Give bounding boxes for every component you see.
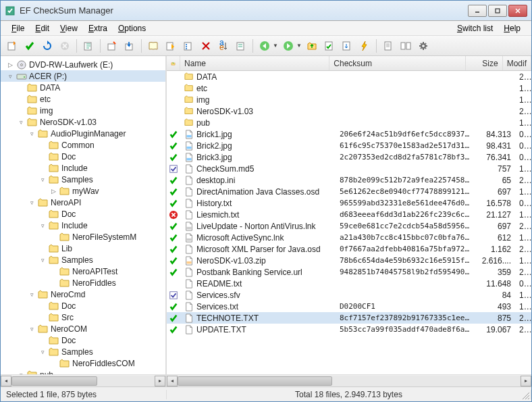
back-dropdown-icon[interactable]: ▼ [273,43,278,49]
tree-toggle-icon[interactable] [38,210,47,218]
menu-options[interactable]: Options [113,22,151,34]
list-row[interactable]: CheckSum.md575719.01 [167,163,531,174]
menu-edit[interactable]: Edit [30,22,55,34]
tree-item[interactable]: ▿Samples [1,174,165,185]
tree-item[interactable]: ▿AudioPluginManager [1,128,165,139]
compare-icon[interactable] [398,39,413,53]
properties-icon[interactable] [181,39,196,53]
tree-item[interactable]: Doc [1,300,165,311]
tree-toggle-icon[interactable] [49,233,57,241]
tree-toggle-icon[interactable] [49,359,57,368]
delete-icon[interactable] [198,39,213,53]
tree-toggle-icon[interactable]: ▿ [28,325,36,333]
tree-toggle-icon[interactable] [38,141,47,149]
tree-item[interactable]: img [1,105,165,116]
up-folder-icon[interactable] [304,39,319,53]
new-checksum-icon[interactable] [5,39,20,53]
tree-item[interactable]: ▿Samples [1,346,165,357]
tree-toggle-icon[interactable] [38,302,47,310]
close-button[interactable] [508,5,527,17]
tree-item[interactable]: ▿NeroCOM [1,323,165,334]
list-row[interactable]: Liesmich.txtd683eeeaf6dd3d1ab226fc239c6c… [167,209,531,220]
page-icon[interactable] [381,39,396,53]
tree-item[interactable]: Doc [1,151,165,162]
tree-item[interactable]: ▿NeroCmd [1,288,165,300]
tree-toggle-icon[interactable]: ▷ [49,187,57,195]
list-row[interactable]: Brick2.jpg61f6c95c75370e1583ad2e517d314d… [167,140,531,151]
tree-item[interactable]: DATA [1,82,165,93]
scroll-right-icon[interactable]: ▸ [155,376,165,386]
minimize-button[interactable] [468,5,487,17]
tree-item[interactable]: Lib [1,243,165,254]
tree-item[interactable]: NeroFileSystemM [1,231,165,243]
sort-icon[interactable]: ae [216,39,231,53]
list-row[interactable]: TECHNOTE.TXT8cf7157ef237892b91767335c1ee… [167,312,531,324]
checksum-column[interactable]: Checksum [329,56,466,70]
tree-toggle-icon[interactable]: ▿ [38,176,47,184]
list-row[interactable]: Microsoft XML Parser for Java.osd0f7667a… [167,243,531,255]
scroll-left-icon[interactable]: ◂ [1,376,11,386]
scroll-right-icon[interactable]: ▸ [521,376,531,386]
list-row[interactable]: Services.sfv8419.01 [167,289,531,301]
book-icon[interactable] [146,39,161,53]
export-icon[interactable] [105,39,119,53]
tree-item[interactable]: ▿Samples [1,254,165,266]
list-row[interactable]: pub19.01 [167,117,531,128]
tree-item[interactable]: Include [1,162,165,174]
forward-button[interactable]: ▼ [281,39,302,53]
menu-switch-list[interactable]: Switch list [452,22,498,34]
list-row[interactable]: LiveUpdate - Norton AntiVirus.lnk59ce0e6… [167,220,531,232]
tree-item[interactable]: Src [1,311,165,323]
rename-icon[interactable] [163,39,178,53]
list-row[interactable]: UPDATE.TXT5b53cc7a99f035addf470ade8f6af0… [167,324,531,335]
tree-toggle-icon[interactable] [38,164,47,172]
tree-toggle-icon[interactable]: ▿ [6,72,14,80]
tree-toggle-icon[interactable] [17,95,25,103]
refresh-icon[interactable] [40,39,55,53]
tree-item[interactable]: ▷myWav [1,185,165,197]
tree-toggle-icon[interactable] [17,84,25,92]
tree-item[interactable]: ▿NeroAPI [1,197,165,208]
list-row[interactable]: Postbank Banking Service.url9482851b7404… [167,266,531,278]
list-row[interactable]: Services.txtD0200CF149319.07 [167,301,531,312]
tree-item[interactable]: Doc [1,208,165,220]
tree-toggle-icon[interactable]: ▿ [28,199,36,207]
list-row[interactable]: Microsoft ActiveSync.lnka21a430b7cc8c415… [167,232,531,243]
tree-item[interactable]: ▿NeroSDK-v1.03 [1,116,165,128]
doc-check-icon[interactable] [322,39,337,53]
list-hscrollbar[interactable]: ◂ ▸ [167,374,531,386]
tree-item[interactable]: ▿pub [1,369,165,374]
tree-toggle-icon[interactable]: ▷ [6,61,14,69]
tree-toggle-icon[interactable] [38,245,47,253]
lightning-icon[interactable] [357,39,372,53]
maximize-button[interactable] [488,5,507,17]
back-icon[interactable] [257,39,272,53]
list-row[interactable]: NeroSDK-v1.0326.03 [167,105,531,117]
folder-tree[interactable]: ▷DVD-RW-Laufwerk (E:)▿ACER (P:)DATAetcim… [1,56,165,374]
tree-toggle-icon[interactable]: ▿ [38,256,47,264]
forward-dropdown-icon[interactable]: ▼ [296,43,302,49]
tree-toggle-icon[interactable] [38,153,47,161]
list-row[interactable]: NeroSDK-v1.03.zip78b6c654da4e59b6932c16e… [167,255,531,266]
tree-item[interactable]: Common [1,139,165,151]
menu-view[interactable]: View [55,22,83,34]
tree-toggle-icon[interactable]: ▿ [38,222,47,230]
tree-toggle-icon[interactable] [17,107,25,115]
list-row[interactable]: DirectAnimation Java Classes.osd5e61262e… [167,186,531,197]
list-row[interactable]: DATA26.03 [167,71,531,82]
resize-grip-icon[interactable] [521,391,531,401]
back-button[interactable]: ▼ [257,39,278,53]
file-list[interactable]: DATA26.03etc19.01img19.01NeroSDK-v1.0326… [167,71,531,374]
tree-toggle-icon[interactable] [38,313,47,322]
menu-extra[interactable]: Extra [83,22,113,34]
tree-item[interactable]: ▿Include [1,220,165,231]
import-icon[interactable] [122,39,137,53]
list-row[interactable]: etc19.01 [167,82,531,94]
gear-icon[interactable] [416,39,431,53]
tree-toggle-icon[interactable]: ▿ [38,348,47,356]
list-row[interactable]: README.txt11.64802.06 [167,278,531,289]
verify-icon[interactable] [22,39,37,53]
tree-toggle-icon[interactable] [49,279,57,287]
tree-toggle-icon[interactable] [38,336,47,345]
list-row[interactable]: img19.01 [167,94,531,105]
